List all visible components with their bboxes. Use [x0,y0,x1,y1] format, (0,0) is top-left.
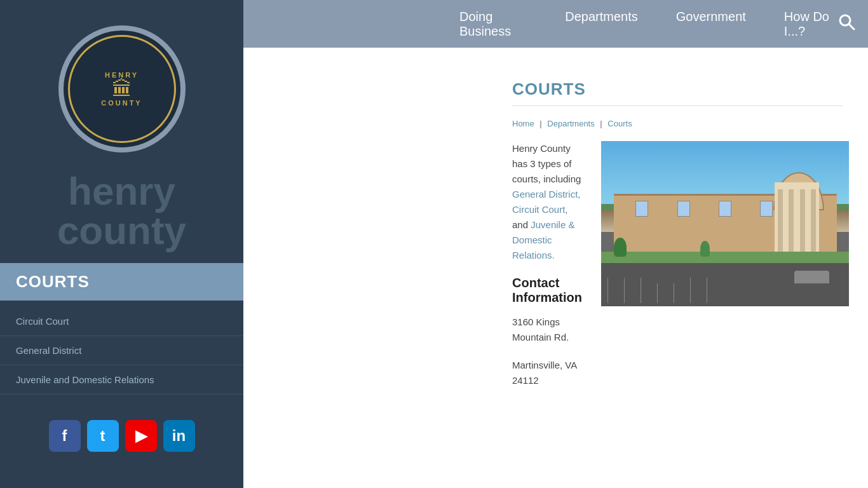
svg-line-1 [849,24,854,29]
parking-lot [601,263,849,306]
image-inner [601,141,849,306]
column [800,189,805,252]
column [789,189,794,252]
page-title: COURTS [512,79,843,99]
column [778,189,783,252]
window [635,201,648,217]
tree [614,238,627,257]
car [794,271,829,283]
contact-heading: Contact Information [512,276,582,305]
top-navigation: Doing Business Departments Government Ho… [243,0,868,48]
nav-how-do-i[interactable]: How Do I...? [784,10,837,39]
sidebar-item-circuit-court[interactable]: Circuit Court [0,307,243,336]
search-icon[interactable] [837,13,855,35]
sidebar-item-general-district[interactable]: General District [0,336,243,365]
nav-departments[interactable]: Departments [565,10,638,39]
link-juvenile[interactable]: Juvenile & Domestic Relations. [512,219,574,261]
title-divider [512,105,843,106]
nav-doing-business[interactable]: Doing Business [459,10,527,39]
linkedin-button[interactable]: in [163,420,195,452]
nav-government[interactable]: Government [676,10,746,39]
content-text: Henry County has 3 types of courts, incl… [512,141,582,401]
intro-paragraph: Henry County has 3 types of courts, incl… [512,141,582,263]
logo-circle: HENRY 🏛 COUNTY [58,25,186,152]
breadcrumb-sep2: | [600,119,604,128]
nav-links: Doing Business Departments Government Ho… [459,10,837,39]
columns [775,182,819,252]
car [651,272,682,283]
twitter-button[interactable]: t [87,420,119,452]
breadcrumb-sep1: | [539,119,544,128]
link-circuit-court[interactable]: Circuit Court, [512,204,568,215]
tree [700,241,710,257]
parking-line [641,278,641,303]
sidebar-navigation: Circuit Court General District Juvenile … [0,307,243,395]
breadcrumb-departments[interactable]: Departments [547,119,594,128]
parking-line [607,278,608,303]
address-line-2: Martinsville, VA 24112 [512,358,582,388]
parking-line [624,278,625,303]
sidebar-courts-title: COURTS [0,263,243,301]
sidebar: HENRY 🏛 COUNTY henry county COURTS Circu… [0,0,243,488]
content-area: Henry County has 3 types of courts, incl… [512,141,843,401]
sidebar-watermark: henry county [0,172,243,250]
logo-county-text: COUNTY [101,99,142,107]
youtube-button[interactable]: ▶ [125,420,157,452]
social-icons-container: f t ▶ in [49,420,195,452]
parking-line [707,278,707,303]
facebook-button[interactable]: f [49,420,81,452]
parking-line [690,278,691,303]
window [677,201,690,217]
column [811,189,816,252]
address-line-1: 3160 Kings Mountain Rd. [512,315,582,345]
court-building-image [601,141,849,306]
parking-lines [601,263,849,306]
logo-inner: HENRY 🏛 COUNTY [68,35,176,143]
breadcrumb-home[interactable]: Home [512,119,534,128]
window [760,201,773,217]
breadcrumb-courts[interactable]: Courts [607,119,632,128]
window [719,201,731,217]
main-content: COURTS Home | Departments | Courts Henry… [487,48,868,488]
link-general-district[interactable]: General District, [512,189,581,200]
logo-icon: 🏛 [112,79,132,99]
sidebar-item-juvenile[interactable]: Juvenile and Domestic Relations [0,365,243,395]
breadcrumb: Home | Departments | Courts [512,119,843,128]
